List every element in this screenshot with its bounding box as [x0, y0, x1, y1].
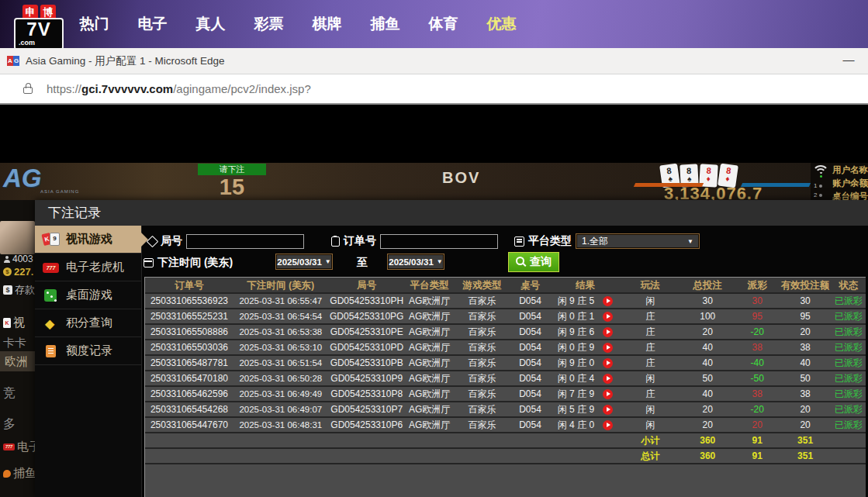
round-id-cell: GD054253310PE: [328, 324, 406, 340]
subtotal-valid: 351: [779, 433, 832, 448]
column-header: 桌号: [511, 278, 550, 293]
order-input[interactable]: [380, 234, 498, 249]
ag-favicon: A G: [7, 56, 19, 66]
result-text: 闲 7 庄 9: [558, 386, 594, 402]
column-header: 状态: [832, 278, 866, 293]
nav-item[interactable]: 优惠: [472, 14, 531, 34]
calendar-icon: [144, 258, 154, 267]
nav-item[interactable]: 真人: [182, 14, 240, 34]
sidebar-item-label: 积分查询: [66, 316, 112, 330]
url-path: /agingame/pcv2/index.jsp?: [173, 82, 311, 95]
status-cell: 已派彩: [832, 309, 866, 324]
result-cell: 闲 0 庄 1: [549, 309, 621, 324]
nav-item[interactable]: 棋牌: [298, 14, 356, 34]
table-number-cell: D054: [511, 402, 550, 417]
sidebar-item[interactable]: 桌面游戏: [35, 281, 141, 309]
result-text: 闲 9 庄 0: [558, 355, 594, 371]
order-number-cell: 250331065447670: [145, 417, 233, 433]
valid-bet-cell: 30: [779, 293, 832, 309]
table-header: 订单号下注时间 (美东)局号平台类型游戏类型桌号结果玩法总投注派彩有效投注额状态: [145, 278, 866, 294]
deposit-button[interactable]: $存款: [3, 283, 35, 297]
platform-cell: AG欧洲厅: [406, 293, 454, 309]
replay-video-icon[interactable]: [603, 358, 613, 368]
total-label: 总计: [621, 448, 680, 464]
status-cell: 已派彩: [832, 355, 866, 371]
url-text[interactable]: https://gci.7vvvvvv.com/agingame/pcv2/in…: [47, 82, 311, 95]
payout-cell: -50: [735, 371, 779, 386]
total-bet-cell: 20: [680, 402, 735, 417]
site-logo[interactable]: 申 博 7V .com: [14, 5, 68, 50]
platform-selected-value: 1.全部: [582, 235, 608, 248]
table-row: 2503310655252312025-03-31 06:54:54GD0542…: [145, 309, 866, 325]
replay-video-icon[interactable]: [603, 327, 613, 337]
status-cell: 已派彩: [832, 402, 866, 417]
table-row: 2503310654542682025-03-31 06:49:07GD0542…: [145, 402, 866, 418]
platform-cell: AG欧洲厅: [406, 355, 454, 371]
round-id-cell: GD054253310PB: [328, 355, 406, 371]
nav-item[interactable]: 彩票: [240, 14, 298, 34]
valid-bet-cell: 38: [779, 386, 832, 402]
bet-time-label: 下注时间 (美东): [157, 256, 233, 270]
table-number-cell: D054: [511, 386, 550, 402]
date-to-select[interactable]: 2025/03/31▼: [387, 254, 444, 270]
sidebar-item[interactable]: 额度记录: [35, 337, 141, 365]
card-icon: K: [3, 318, 11, 328]
valid-bet-cell: 38: [779, 340, 832, 355]
result-cell: 闲 4 庄 0: [549, 417, 621, 433]
dollar-icon: $: [3, 285, 12, 295]
bg-nav-slots[interactable]: 777电子: [3, 440, 35, 454]
bg-nav-jingmi[interactable]: 竞: [3, 385, 16, 402]
replay-video-icon[interactable]: [603, 374, 613, 384]
search-button[interactable]: 查询: [508, 252, 559, 272]
dice-icon: [42, 288, 61, 303]
bg-nav-europe-hall[interactable]: 欧洲: [0, 351, 35, 371]
minimize-button[interactable]: —: [835, 48, 862, 74]
table-footer-filler: [145, 464, 866, 497]
lock-icon[interactable]: [23, 87, 33, 94]
nav-item[interactable]: 热门: [65, 14, 123, 34]
table-row: 2503310655369232025-03-31 06:55:47GD0542…: [145, 294, 866, 309]
payout-cell: 38: [735, 386, 779, 402]
round-id-cell: GD054253310PH: [328, 293, 406, 309]
sidebar-item-label: 额度记录: [66, 343, 112, 358]
bg-nav-video-games[interactable]: K视: [3, 316, 25, 330]
nav-item[interactable]: 体育: [414, 14, 472, 34]
valid-bet-cell: 20: [779, 417, 832, 433]
bet-time-cell: 2025-03-31 06:51:54: [233, 355, 328, 371]
total-bet-cell: 50: [680, 371, 735, 386]
sidebar-item-label: 桌面游戏: [66, 288, 112, 302]
sidebar-item[interactable]: 积分查询: [35, 309, 141, 337]
replay-video-icon[interactable]: [603, 343, 613, 353]
result-text: 闲 0 庄 1: [558, 309, 594, 324]
platform-select[interactable]: 1.全部▼: [576, 233, 700, 249]
date-from-value: 2025/03/31: [277, 257, 322, 267]
bg-nav-multi-table[interactable]: 多: [3, 416, 16, 433]
fish-icon: [3, 470, 11, 478]
online-count: 4003: [3, 254, 33, 264]
replay-video-icon[interactable]: [603, 296, 613, 306]
round-input[interactable]: [186, 234, 304, 249]
replay-video-icon[interactable]: [603, 405, 613, 415]
bg-nav-kaka[interactable]: 卡卡: [3, 336, 26, 350]
result-text: 闲 5 庄 9: [558, 402, 594, 417]
result-cell: 闲 9 庄 5: [549, 293, 621, 309]
status-cell: 已派彩: [832, 386, 866, 402]
bet-countdown-banner: 请下注 15: [198, 164, 266, 198]
table-row: 2503310655030362025-03-31 06:53:10GD0542…: [145, 340, 866, 356]
bg-nav-fishing[interactable]: 捕鱼: [3, 466, 35, 481]
column-header: 结果: [549, 278, 621, 293]
result-text: 闲 0 庄 4: [558, 371, 594, 386]
sidebar-item[interactable]: 电子老虎机: [35, 254, 141, 281]
avatar[interactable]: [0, 221, 35, 254]
date-from-select[interactable]: 2025/03/31▼: [275, 254, 333, 270]
column-header: 局号: [328, 278, 406, 293]
nav-item[interactable]: 捕鱼: [356, 14, 414, 34]
search-icon: [516, 257, 527, 267]
subtotal-row: 小计 360 91 351: [145, 433, 866, 449]
address-bar[interactable]: https://gci.7vvvvvv.com/agingame/pcv2/in…: [0, 74, 868, 105]
replay-video-icon[interactable]: [603, 312, 613, 322]
sidebar-item[interactable]: 视讯游戏: [35, 226, 141, 254]
replay-video-icon[interactable]: [603, 420, 613, 430]
nav-item[interactable]: 电子: [123, 14, 182, 34]
replay-video-icon[interactable]: [603, 389, 613, 399]
